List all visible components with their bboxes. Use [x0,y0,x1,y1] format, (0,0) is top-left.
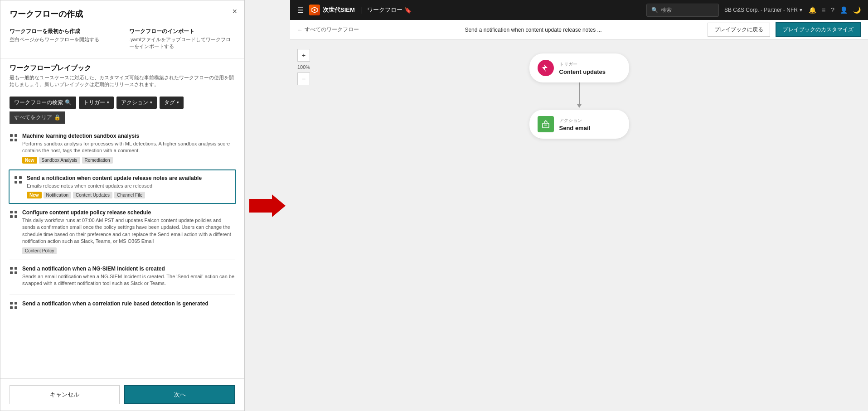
playbook-section-desc: 最も一般的なユースケースに対応した、カスタマイズ可能な事前構築されたワークフロー… [0,74,244,93]
top-nav: ☰ 次世代SIEM | ワークフロー 🔖 🔍 検索 SB C&S Corp. -… [290,0,868,20]
nav-search-box[interactable]: 🔍 検索 [646,4,719,17]
action-node[interactable]: アクション Send email [529,110,629,139]
workflow-tag: New [22,157,37,164]
workflow-grid-icon [14,176,22,198]
trigger-node[interactable]: トリガー Content updates [529,53,629,82]
svg-point-22 [314,9,315,11]
workflow-tag: Content Policy [22,247,57,254]
playbook-back-button[interactable]: プレイブックに戻る [708,23,770,37]
search-workflows-button[interactable]: ワークフローの検索 🔍 [10,97,76,109]
workflow-item-content-update-notification[interactable]: Send a notification when content update … [9,169,236,204]
workflow-tag: Channel File [114,192,145,198]
svg-rect-2 [10,139,13,141]
action-icon [538,116,554,132]
cancel-button[interactable]: キャンセル [10,385,120,404]
option2-title: ワークフローのインポート [129,28,235,35]
nav-right-section: SB C&S Corp. - Partner - NFR ▾ 🔔 ≡ ? 👤 🌙 [724,6,861,14]
modal-panel: ワークフローの作成 × ワークフローを最初から作成 空白ページからワークフローを… [0,0,245,411]
workflow-item-content-policy[interactable]: Configure content update policy release … [10,204,235,260]
trigger-icon [538,60,554,76]
tag-filter-button[interactable]: タグ ▾ [160,97,184,109]
workflow-name: Send a notification when a correlation r… [22,300,235,307]
workflow-grid-icon [10,134,18,164]
playbook-section-title: ワークフロープレイブック [0,58,244,74]
create-from-scratch-option[interactable]: ワークフローを最初から作成 空白ページからワークフローを開始する [10,28,116,50]
help-icon[interactable]: ? [831,6,834,14]
trigger-node-text: トリガー Content updates [559,61,606,75]
svg-rect-3 [15,139,17,141]
back-to-workflows-link[interactable]: ← すべてのワークフロー [297,26,359,34]
chevron-down-icon: ▾ [107,100,109,105]
workflow-tag: Sandbox Analysis [39,157,80,164]
option2-desc: .yamlファイルをアップロードしてワークフローをインポートする [129,36,235,50]
nav-workflow-link[interactable]: ワークフロー 🔖 [367,6,412,14]
svg-marker-20 [249,194,286,217]
svg-rect-12 [10,267,13,270]
svg-rect-1 [15,134,17,137]
svg-rect-7 [19,181,22,184]
modal-footer: キャンセル 次へ [0,378,244,411]
nav-logo: 次世代SIEM [309,5,355,15]
svg-rect-5 [19,176,22,179]
hamburger-icon[interactable]: ☰ [297,6,304,15]
breadcrumb: Send a notification when content update … [364,27,702,33]
svg-rect-0 [10,134,13,137]
chevron-down-icon: ▾ [177,100,179,105]
nav-user-info[interactable]: SB C&S Corp. - Partner - NFR ▾ [724,7,802,13]
brand-icon [309,5,320,15]
svg-rect-16 [10,302,13,305]
workflow-tag: New [27,192,42,198]
svg-rect-9 [15,211,17,213]
nav-icons: 🔔 ≡ ? 👤 🌙 [809,6,861,14]
workflow-desc: Sends an email notification when a NG-SI… [22,273,235,287]
action-filter-button[interactable]: アクション ▾ [116,97,157,109]
connector-line [579,82,580,105]
option1-title: ワークフローを最初から作成 [10,28,116,35]
workflow-tag: Remediation [82,157,113,164]
user-icon[interactable]: 👤 [840,6,848,14]
svg-rect-19 [15,306,17,309]
svg-rect-4 [15,176,17,179]
theme-icon[interactable]: 🌙 [853,6,861,14]
filter-bar: ワークフローの検索 🔍 トリガー ▾ アクション ▾ タグ ▾ すべてをクリア … [0,93,244,127]
workflow-tags: NewSandbox AnalysisRemediation [22,157,235,164]
workflow-name: Send a notification when a NG-SIEM Incid… [22,266,235,272]
workflow-list: Machine learning detection sandbox analy… [0,127,244,378]
option1-desc: 空白ページからワークフローを開始する [10,36,116,43]
workflow-content: Send a notification when content update … [27,175,231,198]
workflow-grid-icon [10,301,18,311]
next-button[interactable]: 次へ [124,385,235,404]
workflow-desc: Performs sandbox analysis for processes … [22,140,235,155]
workflow-name: Machine learning detection sandbox analy… [22,133,235,139]
workflow-item-ml-sandbox[interactable]: Machine learning detection sandbox analy… [10,127,235,169]
close-button[interactable]: × [232,7,237,16]
workflow-item-ng-siem-incident[interactable]: Send a notification when a NG-SIEM Incid… [10,260,235,295]
workflow-tag: Notification [44,192,71,198]
workflow-canvas: トリガー Content updates アクション Send emai [290,40,868,411]
notification-icon[interactable]: 🔔 [809,6,816,14]
right-arrow-icon [249,194,286,217]
list-icon[interactable]: ≡ [822,6,825,14]
action-label: アクション [559,117,591,124]
workflow-desc: Emails release notes when content update… [27,183,231,189]
workflow-content: Machine learning detection sandbox analy… [22,133,235,164]
customize-playbook-button[interactable]: プレイブックのカスタマイズ [776,22,861,37]
bookmark-icon: 🔖 [404,7,412,14]
svg-rect-18 [10,306,13,309]
workflow-content: Send a notification when a NG-SIEM Incid… [22,266,235,290]
svg-rect-14 [10,271,13,274]
sub-nav: ← すべてのワークフロー Send a notification when co… [290,20,868,40]
workflow-tags: NewNotificationContent UpdatesChannel Fi… [27,192,231,198]
svg-rect-17 [15,302,17,305]
trigger-filter-button[interactable]: トリガー ▾ [79,97,114,109]
action-value: Send email [559,125,591,131]
clear-filters-button[interactable]: すべてをクリア 🔒 [10,111,65,124]
workflow-name: Send a notification when content update … [27,175,231,181]
back-arrow-icon: ← [297,27,303,33]
action-node-text: アクション Send email [559,117,591,131]
search-icon: 🔍 [65,99,72,106]
workflow-item-correlation-rule[interactable]: Send a notification when a correlation r… [10,295,235,317]
workflow-desc: This daily workflow runs at 07:00 AM PST… [22,217,235,245]
import-workflow-option[interactable]: ワークフローのインポート .yamlファイルをアップロードしてワークフローをイン… [129,28,235,50]
workflow-content: Send a notification when a correlation r… [22,300,235,311]
